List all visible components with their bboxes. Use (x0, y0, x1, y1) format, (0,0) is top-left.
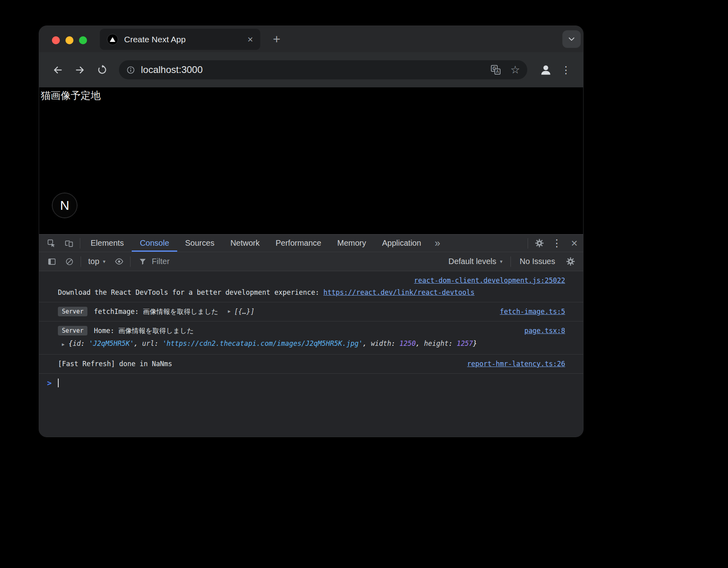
nextjs-favicon-icon (107, 34, 118, 45)
prompt-chevron-icon: > (47, 379, 51, 387)
log-levels-selector[interactable]: Default levels ▾ (443, 257, 508, 266)
issues-counter[interactable]: No Issues (513, 257, 562, 266)
browser-menu-button[interactable]: ⋮ (559, 62, 573, 78)
console-prompt[interactable]: > (39, 374, 583, 392)
star-icon: ☆ (510, 65, 520, 75)
close-window-button[interactable] (52, 36, 60, 44)
server-badge: Server (58, 326, 87, 335)
tab-memory[interactable]: Memory (329, 235, 374, 252)
avatar-icon (539, 63, 552, 77)
sidebar-panel-icon (47, 257, 56, 266)
chevron-down-icon: ▾ (500, 258, 503, 264)
tab-network[interactable]: Network (222, 235, 267, 252)
toolbar-separator (130, 256, 131, 267)
url-text: localhost:3000 (141, 64, 203, 75)
inspect-element-button[interactable] (42, 235, 60, 252)
devtools-menu-button[interactable]: ⋮ (548, 235, 566, 252)
console-message-fetchimage: Server fetchImage: 画像情報を取得しました ▶ [{…}] f… (39, 302, 583, 321)
levels-label: Default levels (448, 257, 496, 266)
live-expression-button[interactable] (110, 253, 128, 270)
message-text: [Fast Refresh] done in NaNms (58, 358, 172, 370)
tab-sources[interactable]: Sources (177, 235, 222, 252)
execution-context-selector[interactable]: top ▾ (83, 257, 110, 266)
fullscreen-window-button[interactable] (79, 36, 87, 44)
object-preview: {id: 'J2qM5HR5K', url: 'https://cdn2.the… (69, 337, 477, 349)
object-array-preview[interactable]: [{…}] (234, 306, 255, 318)
text-cursor (58, 379, 59, 387)
reload-icon (97, 65, 107, 75)
kebab-icon: ⋮ (550, 235, 564, 251)
toolbar-separator (81, 256, 81, 267)
site-info-icon[interactable] (126, 65, 135, 75)
react-devtools-link[interactable]: https://react.dev/link/react-devtools (323, 288, 475, 296)
page-viewport: 猫画像予定地 N (39, 87, 583, 234)
profile-button[interactable] (538, 62, 554, 78)
console-toolbar: top ▾ Default levels ▾ (39, 252, 583, 271)
bookmark-button[interactable]: ☆ (510, 65, 520, 75)
gear-icon (566, 256, 576, 266)
source-link[interactable]: report-hmr-latency.ts:26 (457, 358, 565, 370)
tab-elements[interactable]: Elements (83, 235, 132, 252)
new-tab-button[interactable]: + (268, 30, 285, 48)
nextjs-logo-letter: N (60, 198, 69, 213)
minimize-window-button[interactable] (65, 36, 73, 44)
source-link[interactable]: fetch-image.ts:5 (490, 306, 565, 318)
tab-console[interactable]: Console (132, 235, 177, 252)
tab-performance[interactable]: Performance (268, 235, 330, 252)
more-tabs-button[interactable]: » (429, 237, 446, 249)
console-messages: react-dom-client.development.js:25022 Do… (39, 271, 583, 437)
expand-triangle-icon[interactable]: ▶ (62, 339, 65, 351)
toolbar-separator (80, 238, 80, 248)
browser-toolbar: localhost:3000 G A ☆ (39, 52, 583, 87)
expand-triangle-icon[interactable]: ▶ (228, 306, 231, 318)
address-bar[interactable]: localhost:3000 G A ☆ (119, 60, 527, 79)
devtools-tab-bar: Elements Console Sources Network Perform… (39, 235, 583, 252)
device-toolbar-icon (64, 239, 73, 248)
forward-button[interactable] (72, 62, 88, 78)
browser-tab[interactable]: Create Next App × (100, 29, 260, 50)
browser-window: Create Next App × + (39, 26, 584, 437)
message-text: Home: 画像情報を取得しました (94, 325, 194, 337)
svg-text:A: A (496, 69, 499, 74)
devtools-settings-button[interactable] (530, 235, 548, 252)
console-sidebar-toggle[interactable] (43, 253, 61, 270)
toolbar-separator (528, 238, 528, 248)
back-button[interactable] (49, 62, 65, 78)
tab-title: Create Next App (124, 35, 247, 44)
console-filter-input[interactable] (152, 257, 443, 266)
tab-close-icon[interactable]: × (247, 35, 253, 44)
console-message-react-devtools: react-dom-client.development.js:25022 Do… (39, 271, 583, 302)
clear-console-button[interactable] (61, 253, 78, 270)
clear-icon (65, 257, 74, 266)
tab-application[interactable]: Application (374, 235, 429, 252)
devtools-close-button[interactable]: × (566, 235, 583, 252)
translate-button[interactable]: G A (491, 65, 501, 75)
console-settings-button[interactable] (562, 253, 579, 270)
back-arrow-icon (52, 65, 63, 75)
devtools-panel: Elements Console Sources Network Perform… (39, 234, 583, 437)
page-placeholder-text: 猫画像予定地 (41, 89, 101, 102)
device-toolbar-button[interactable] (60, 235, 77, 252)
forward-arrow-icon (75, 65, 85, 75)
message-text: fetchImage: 画像情報を取得しました (94, 306, 218, 318)
tab-search-button[interactable] (562, 30, 581, 48)
traffic-lights (52, 36, 87, 44)
translate-icon: G A (491, 65, 501, 75)
desktop-background: Create Next App × + (0, 0, 728, 568)
message-text: Download the React DevTools for a better… (58, 288, 323, 296)
reload-button[interactable] (94, 62, 110, 78)
filter-funnel-icon (138, 257, 147, 266)
source-link[interactable]: page.tsx:8 (515, 325, 565, 337)
object-preview-row: ▶ {id: 'J2qM5HR5K', url: 'https://cdn2.t… (58, 337, 565, 351)
eye-icon (115, 257, 124, 266)
tab-strip: Create Next App × + (39, 26, 583, 52)
close-icon: × (571, 238, 578, 249)
console-message-fast-refresh: [Fast Refresh] done in NaNms report-hmr-… (39, 355, 583, 374)
console-message-home: Server Home: 画像情報を取得しました page.tsx:8 ▶ {i… (39, 321, 583, 355)
source-link[interactable]: react-dom-client.development.js:25022 (404, 274, 565, 286)
nextjs-devtools-badge[interactable]: N (52, 193, 77, 218)
server-badge: Server (58, 307, 87, 316)
chevron-down-icon (567, 35, 576, 43)
context-label: top (88, 257, 99, 266)
toolbar-separator (510, 256, 511, 267)
